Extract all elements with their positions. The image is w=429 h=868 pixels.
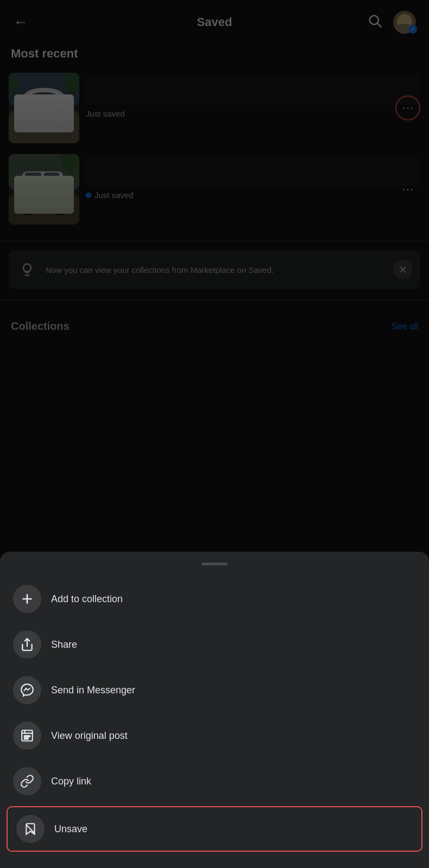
unsave-icon [16,815,45,843]
sheet-handle [201,563,228,565]
svg-rect-48 [24,738,29,739]
sheet-item-share[interactable]: Share [0,622,429,667]
add-collection-label: Add to collection [51,593,123,605]
share-icon [13,630,41,659]
svg-rect-47 [24,736,30,737]
sheet-item-view-original[interactable]: View original post [0,713,429,758]
unsave-label: Unsave [54,824,87,835]
copy-link-icon [13,767,41,795]
view-original-icon [13,722,41,750]
view-original-label: View original post [51,730,128,742]
copy-link-label: Copy link [51,776,91,787]
sheet-item-messenger[interactable]: Send in Messenger [0,667,429,713]
messenger-icon [13,676,41,704]
sheet-item-unsave[interactable]: Unsave [7,806,422,852]
add-collection-icon [13,585,41,613]
sheet-item-add-collection[interactable]: Add to collection [0,576,429,622]
messenger-label: Send in Messenger [51,685,135,696]
bottom-sheet: Add to collection Share Send in Messenge… [0,552,429,868]
sheet-item-copy-link[interactable]: Copy link [0,758,429,804]
share-label: Share [51,639,77,650]
